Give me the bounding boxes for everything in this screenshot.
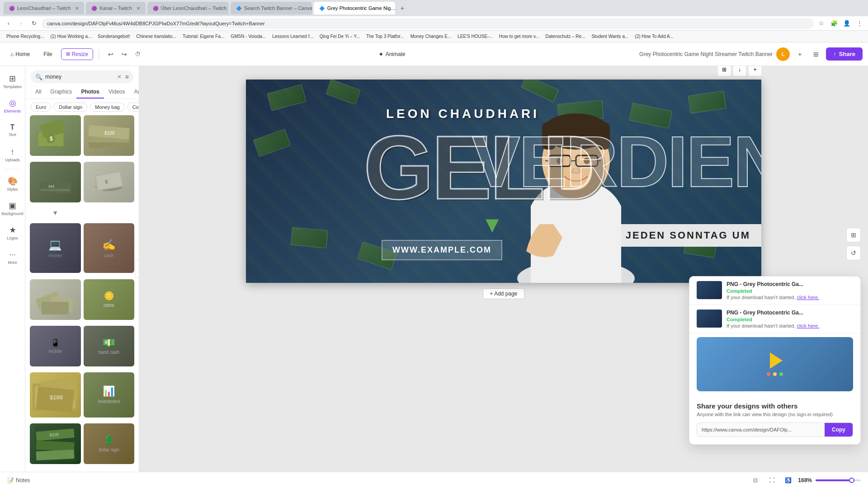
profile-button[interactable]: 👤 <box>842 19 852 28</box>
canvas-frame[interactable]: LEON CHAUDHARI GELD VERDIENEN JEDEN SONN… <box>246 80 761 283</box>
clear-search-button[interactable]: ✕ <box>117 74 122 80</box>
add-user-icon[interactable]: + <box>793 48 806 61</box>
file-button[interactable]: File <box>38 48 57 60</box>
sidebar-item-background[interactable]: ▣ Background <box>2 197 24 220</box>
browser-tab-5[interactable]: 🔷 Grey Photocentric Game Nig… ✕ <box>314 2 395 14</box>
bookmark-10[interactable]: Money Changes E... <box>408 33 454 40</box>
browser-tab-3[interactable]: 🟣 Über LeonChaudhari – Twitch ✕ <box>147 2 229 14</box>
bookmark-15[interactable]: (2) How To Add A... <box>632 33 676 40</box>
photo-item-4[interactable]: $ <box>84 162 135 202</box>
filter-icon[interactable]: ≡ <box>125 73 129 80</box>
reload-button[interactable]: ↻ <box>29 19 39 28</box>
bookmark-button[interactable]: ☆ <box>816 19 826 28</box>
tab-close-2[interactable]: ✕ <box>137 6 140 11</box>
share-button[interactable]: ↑ Share <box>826 47 863 61</box>
bookmark-8[interactable]: Qing Fei De Yi – Y... <box>317 33 363 40</box>
zoom-thumb[interactable] <box>849 478 854 483</box>
grid-icon[interactable]: ⊞ <box>810 48 822 61</box>
photo-item-8[interactable]: 🪙 coins <box>84 279 135 320</box>
tab-audio[interactable]: Audio <box>130 86 139 99</box>
back-button[interactable]: ‹ <box>4 19 14 28</box>
photo-item-10[interactable]: 💵 hand cash <box>84 326 135 366</box>
bookmark-4[interactable]: Chinese translatio... <box>134 33 179 40</box>
menu-button[interactable]: ⋮ <box>854 19 864 28</box>
browser-tab-4[interactable]: 🔷 Search Twitch Banner – Canva ✕ <box>231 2 312 14</box>
canvas-tool-1[interactable]: ⊞ <box>846 228 861 242</box>
notes-button[interactable]: 📝 Notes <box>7 477 30 483</box>
extensions-button[interactable]: 🧩 <box>829 19 839 28</box>
bookmark-6[interactable]: GMSN - Voioda... <box>228 33 269 40</box>
browser-tab-1[interactable]: 🟣 LeonChaudhari – Twitch ✕ <box>4 2 84 14</box>
home-button[interactable]: ⌂ Home <box>5 48 35 60</box>
sidebar-item-text[interactable]: T Text <box>2 118 24 142</box>
photo-item-5[interactable]: 💻 money <box>30 223 81 273</box>
canvas-area[interactable]: ⊞ ↓ + <box>139 66 868 472</box>
notif-video-preview[interactable] <box>697 337 853 391</box>
photo-item-7[interactable] <box>30 279 81 320</box>
sidebar-item-templates[interactable]: ⊞ Templates <box>2 70 24 93</box>
bookmark-3[interactable]: Sonderangebot! <box>95 33 132 40</box>
tab-graphics[interactable]: Graphics <box>46 86 76 99</box>
panel-collapse-button[interactable]: ‹ <box>135 260 139 278</box>
sidebar-item-uploads[interactable]: ↑ Uploads <box>2 143 24 166</box>
resize-button[interactable]: ⊠ Resize <box>61 48 94 60</box>
add-page-button[interactable]: + Add page <box>483 288 524 299</box>
photo-item-1[interactable]: $ <box>30 115 81 156</box>
stacked-money-icon: $$$ <box>35 164 75 200</box>
tab-photos[interactable]: Photos <box>76 86 104 99</box>
fullscreen-button[interactable]: ⛶ <box>765 474 778 487</box>
load-more-indicator[interactable]: ▼ <box>30 208 81 221</box>
photo-item-9[interactable]: 📱 mobile <box>30 326 81 366</box>
copy-link-button[interactable]: Copy <box>825 423 853 436</box>
chip-euro[interactable]: Euro <box>31 103 51 112</box>
accessibility-button[interactable]: ♿ <box>782 474 794 487</box>
search-input[interactable] <box>45 74 114 80</box>
photo-item-13[interactable]: $100 <box>30 423 81 464</box>
photo-item-14[interactable]: 💲 dollar sign <box>84 423 135 464</box>
chip-dollar-sign[interactable]: Dollar sign <box>54 103 87 112</box>
copy-canvas-button[interactable]: ⊞ <box>718 66 731 76</box>
add-page-bar: + Add page <box>246 283 761 305</box>
photo-item-6[interactable]: ✍ cash <box>84 223 135 273</box>
animate-button[interactable]: ✦ Animate <box>374 49 410 60</box>
canva-main: ⊞ Templates ◎ Elements T Text ↑ Uploads … <box>0 66 868 472</box>
new-tab-button[interactable]: + <box>397 3 408 14</box>
bookmark-14[interactable]: Student Wants a... <box>589 33 631 40</box>
toolbar-separator <box>99 50 99 59</box>
photo-item-12[interactable]: 📊 investment <box>84 372 135 418</box>
sidebar-item-more[interactable]: ··· More <box>2 245 24 269</box>
undo-button[interactable]: ↩ <box>104 48 117 61</box>
photo-item-2[interactable]: $100 <box>84 115 135 156</box>
bookmark-5[interactable]: Tutorial: Eigene Fa... <box>180 33 227 40</box>
bookmark-11[interactable]: LEE'S HOUSE-... <box>455 33 495 40</box>
bookmark-13[interactable]: Datenschutz – Re... <box>543 33 588 40</box>
address-field[interactable]: canva.com/design/DAFOlpFvMus/4W4dDB8CPJG… <box>42 18 814 29</box>
zoom-slider[interactable] <box>816 479 861 481</box>
bookmark-1[interactable]: Phone Recycling... <box>4 33 47 40</box>
chip-coins[interactable]: Coins <box>127 103 139 112</box>
sidebar-item-elements[interactable]: ◎ Elements <box>2 94 24 117</box>
chip-money-bag[interactable]: Money bag <box>90 103 124 112</box>
photo-item-3[interactable]: $$$ <box>30 162 81 202</box>
forward-button[interactable]: › <box>16 19 26 28</box>
sidebar-item-styles[interactable]: 🎨 Styles <box>2 172 24 196</box>
sidebar-item-logos[interactable]: ★ Logos <box>2 221 24 244</box>
tab-close-1[interactable]: ✕ <box>75 6 79 11</box>
zoom-controls: ⊡ ⛶ ♿ 168% <box>749 474 861 487</box>
bookmark-7[interactable]: Lessons Learned f... <box>269 33 316 40</box>
tab-videos[interactable]: Videos <box>104 86 129 99</box>
photo-item-11[interactable]: $100 <box>30 372 81 418</box>
bookmark-12[interactable]: How to get more v... <box>496 33 542 40</box>
user-avatar[interactable]: L <box>776 47 790 61</box>
download-canvas-button[interactable]: ↓ <box>733 66 746 76</box>
bookmark-2[interactable]: (1) How Working a... <box>47 33 94 40</box>
canvas-tool-2[interactable]: ↺ <box>846 246 861 260</box>
undo-redo-group: ↩ ↪ ⏱ <box>104 48 144 61</box>
tab-all[interactable]: All <box>31 86 46 99</box>
browser-tab-2[interactable]: 🟣 Kanal – Twitch ✕ <box>86 2 145 14</box>
browser-tab-bar: 🟣 LeonChaudhari – Twitch ✕ 🟣 Kanal – Twi… <box>0 0 868 16</box>
more-canvas-button[interactable]: + <box>749 66 761 76</box>
fit-screen-button[interactable]: ⊡ <box>749 474 762 487</box>
redo-button[interactable]: ↪ <box>118 48 131 61</box>
bookmark-9[interactable]: The Top 3 Platfor... <box>363 33 407 40</box>
